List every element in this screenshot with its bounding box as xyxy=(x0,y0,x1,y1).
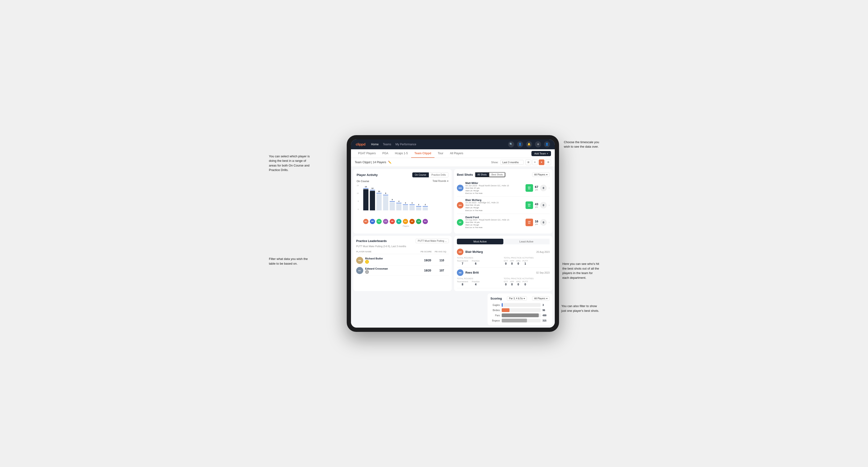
arg-val: 0 xyxy=(516,283,521,286)
annotation-bottom-left: Filter what data you wish the table to b… xyxy=(269,257,308,266)
activity-section-row: On Course Total Rounds ▾ xyxy=(356,180,448,183)
activities-values: GTT 0 APP 0 ARG 0 PUTT 1 xyxy=(504,260,550,266)
subnav-tour[interactable]: Tour xyxy=(434,149,446,158)
active-player-left: BM Blair McHarg xyxy=(457,249,483,255)
shot-item[interactable]: BM Blair McHarg 23 Jul 2023 · Ashridge G… xyxy=(457,197,550,214)
tournament-label: Tournament xyxy=(457,280,468,283)
arg-col: ARG 0 xyxy=(516,280,521,286)
team-header-bar: Team Clippd | 14 Players ✏️ Show: Last 3… xyxy=(351,158,555,167)
practice-label: Practice xyxy=(472,260,480,262)
avatar-row: MCBRFOCOEBBIBUMICRRO xyxy=(363,219,448,224)
time-range-dropdown[interactable]: Last 3 months xyxy=(500,160,524,165)
app-val: 0 xyxy=(510,262,514,266)
shot-details: Shot Dist: 16 ydsStart Lie: RoughEnd Lie… xyxy=(465,221,524,229)
bell-icon-btn[interactable]: 🔔 xyxy=(526,141,532,148)
shot-item[interactable]: DF David Ford 24 Aug 2023 · Royal North … xyxy=(457,214,550,231)
search-icon-btn[interactable]: 🔍 xyxy=(508,141,514,148)
putt-col: PUTT 1 xyxy=(522,260,528,266)
bar-highlight-line xyxy=(383,195,388,195)
nav-teams[interactable]: Teams xyxy=(383,143,391,146)
add-team-button[interactable]: Add Team + xyxy=(531,151,551,156)
stat-unit-dist: yds xyxy=(535,206,538,208)
rounds-values: Tournament 8 Practice 4 xyxy=(457,280,503,286)
grid-view-btn[interactable]: ⊞ xyxy=(526,159,531,165)
chevron-right-icon: › xyxy=(549,204,550,207)
pb-avg: 107 xyxy=(435,269,449,272)
plus-icon-btn[interactable]: ⊕ xyxy=(535,141,541,148)
scoring-filter2[interactable]: All Players ▾ xyxy=(532,296,550,301)
practice-player-info: EC Edward Crossman 2 xyxy=(356,267,421,274)
shot-stat-distance: 16 yds xyxy=(535,220,538,225)
practice-drills-toggle[interactable]: Practice Drills xyxy=(429,173,448,177)
scoring-filter1[interactable]: Par 3, 4 & 5s ▾ xyxy=(507,296,527,301)
shot-player-detail: 09 Jun 2023 · Royal North Devon GC, Hole… xyxy=(465,184,524,187)
shot-stats: 43 yds 0 xyxy=(535,202,547,209)
activities-values: GTT 0 APP 0 ARG 0 PUTT 0 xyxy=(504,280,550,286)
practice-row: EC Edward Crossman 2 18/20 107 xyxy=(356,266,449,276)
scoring-header-row: Scoring Par 3, 4 & 5s ▾ All Players ▾ xyxy=(490,296,550,301)
subnav-hcaps[interactable]: Hcaps 1-5 xyxy=(392,149,411,158)
scoring-bar-row: Birdies 96 xyxy=(490,308,550,312)
drill-selector[interactable]: PUTT Must Make Putting ... xyxy=(415,239,449,243)
subnav-all-players[interactable]: All Players xyxy=(446,149,467,158)
bar-highlight-line xyxy=(403,205,408,205)
bar-top-label: 13 xyxy=(365,186,367,188)
scoring-card: Scoring Par 3, 4 & 5s ▾ All Players ▾ Ea… xyxy=(488,293,552,325)
best-shots-tab[interactable]: Best Shots xyxy=(489,172,505,177)
bar-avatar: MC xyxy=(363,219,368,224)
chart-dropdown[interactable]: Total Rounds ▾ xyxy=(433,180,448,182)
bar-top-label: 9 xyxy=(385,192,386,194)
scoring-bar-chart: Eagles 3 Birdies 96 Pars 499 Bogeys 315 xyxy=(490,303,550,322)
user-avatar-btn[interactable]: 👤 xyxy=(544,141,550,148)
app-nav: Home Teams My Performance xyxy=(371,143,502,146)
arg-val: 0 xyxy=(516,262,521,266)
nav-home[interactable]: Home xyxy=(371,143,379,146)
shot-item[interactable]: MM Matt Miller 09 Jun 2023 · Royal North… xyxy=(457,180,550,197)
edit-team-icon[interactable]: ✏️ xyxy=(388,161,392,164)
shots-list: MM Matt Miller 09 Jun 2023 · Royal North… xyxy=(457,180,550,231)
most-active-tab[interactable]: Most Active xyxy=(457,239,503,244)
list-view-btn[interactable]: ≡ xyxy=(532,159,538,165)
heart-view-btn[interactable]: ♥ xyxy=(539,159,545,165)
subnav-team-clippd[interactable]: Team Clippd xyxy=(411,149,434,158)
all-shots-tab[interactable]: All Shots xyxy=(475,172,489,177)
people-icon-btn[interactable]: 👤 xyxy=(517,141,523,148)
nav-my-performance[interactable]: My Performance xyxy=(396,143,416,146)
bar-group: 9 xyxy=(383,192,388,210)
bar-avatar: BI xyxy=(396,219,401,224)
subnav-pgat[interactable]: PGAT Players xyxy=(355,149,379,158)
subnav-pga[interactable]: PGA xyxy=(379,149,392,158)
rounds-values: Tournament 7 Practice 6 xyxy=(457,260,503,266)
active-avatar: BM xyxy=(457,249,464,255)
tournament-val: 8 xyxy=(457,283,468,286)
settings-view-btn[interactable]: ⚙ xyxy=(545,159,551,165)
bar-top-label: 2 xyxy=(418,204,419,206)
all-players-dropdown[interactable]: All Players ▾ xyxy=(532,173,550,177)
shot-player-avatar: BM xyxy=(457,202,464,209)
least-active-tab[interactable]: Least Active xyxy=(503,239,550,244)
putt-val: 0 xyxy=(522,283,528,286)
practice-player-info: RB Richard Butler 1 xyxy=(356,257,421,264)
shot-details: Shot Dist: 67 ydsStart Lie: RoughEnd Lie… xyxy=(465,187,524,195)
shot-player-name: Matt Miller xyxy=(465,182,524,184)
col-pb-avg: PB AVG SQ xyxy=(435,250,449,253)
scoring-bar-value: 315 xyxy=(542,319,550,322)
shot-details: Shot Dist: 43 ydsStart Lie: RoughEnd Lie… xyxy=(465,204,524,212)
on-course-toggle[interactable]: On Course xyxy=(412,173,429,177)
bar-top-label: 10 xyxy=(378,190,380,192)
bar-group: 2 xyxy=(423,204,428,210)
bar-group: 13 xyxy=(363,186,368,210)
col-pb-score: PB SCORE xyxy=(421,250,435,253)
active-player-header: RB Rees Britt 02 Sep 2023 xyxy=(457,269,550,276)
rounds-label: Total Rounds xyxy=(457,257,503,259)
tournament-label: Tournament xyxy=(457,260,468,262)
shot-player-info: David Ford 24 Aug 2023 · Royal North Dev… xyxy=(465,216,524,229)
scoring-bar-label: Birdies xyxy=(490,309,500,312)
arg-label: ARG xyxy=(516,260,521,262)
practice-player-name-wrap: Edward Crossman 2 xyxy=(365,267,388,274)
scoring-bar-row: Pars 499 xyxy=(490,313,550,317)
shot-player-name: Blair McHarg xyxy=(465,198,524,201)
best-shots-card: Best Shots All Shots Best Shots All Play… xyxy=(454,169,552,234)
rank-badge: 2 xyxy=(365,270,369,274)
bar-highlight-line xyxy=(409,205,415,205)
